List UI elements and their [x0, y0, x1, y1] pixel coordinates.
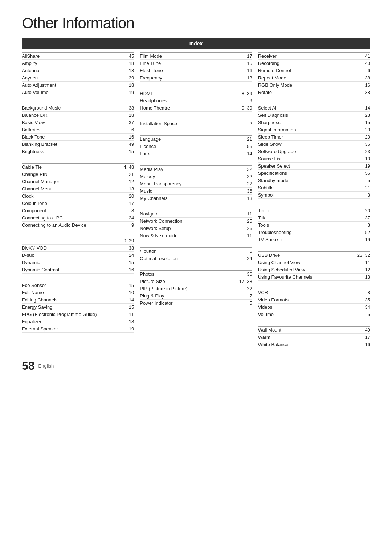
list-item: Using Scheduled View 12: [258, 266, 370, 274]
list-item: Music 36: [140, 188, 252, 195]
list-item: Using Channel View 11: [258, 259, 370, 266]
list-item: AllShare 45: [22, 52, 134, 60]
list-item: Auto Adjustment 18: [22, 82, 134, 89]
list-item: Antenna 13: [22, 67, 134, 74]
list-item: Licence 55: [140, 143, 252, 150]
list-item: Connecting to an Audio Device 9: [22, 222, 134, 229]
list-item: Repeat Mode 38: [258, 74, 370, 82]
list-item: Menu Transparency 22: [140, 180, 252, 188]
group-v: VCR 8 Video Formats 35 Videos 34 Volume …: [258, 289, 370, 318]
group-r: Receiver 41 Recording 40 Remote Control …: [258, 52, 370, 96]
list-item: Remote Control 6: [258, 67, 370, 74]
list-item: DivX® VOD 38: [22, 245, 134, 252]
list-item: Energy Saving 15: [22, 304, 134, 311]
list-item: HDMI 8, 39: [140, 90, 252, 97]
group-f: Film Mode 17 Fine Tune 15 Flesh Tone 16 …: [140, 52, 252, 82]
list-item: Tools 3: [258, 222, 370, 229]
list-item: Language 21: [140, 135, 252, 143]
list-item: TV Speaker 19: [258, 236, 370, 243]
list-item: Sharpness 15: [258, 119, 370, 126]
group-d: 9, 39 DivX® VOD 38 D-sub 24 Dynamic 15 D…: [22, 237, 134, 274]
group-t: Timer 20 Title 37 Tools 3 Troubleshootin…: [258, 207, 370, 243]
list-item: Select All 14: [258, 104, 370, 112]
list-item: Background Music 38: [22, 104, 134, 112]
list-item: Channel Menu 13: [22, 185, 134, 193]
list-item: RGB Only Mode 16: [258, 82, 370, 89]
index-col-3: Receiver 41 Recording 40 Remote Control …: [255, 52, 370, 348]
list-item: Self Diagnosis 23: [258, 112, 370, 119]
list-item: Software Upgrade 23: [258, 148, 370, 155]
group-i: Installation Space 2: [140, 120, 252, 127]
list-item: Plug & Play 7: [140, 292, 252, 300]
group-n: Navigate 11 Network Connection 25 Networ…: [140, 210, 252, 239]
list-item: Slide Show 36: [258, 141, 370, 148]
list-item: Melody 22: [140, 173, 252, 180]
list-item: My Channels 13: [140, 195, 252, 202]
list-item: White Balance 16: [258, 341, 370, 348]
group-l: Language 21 Licence 55 Lock 14: [140, 135, 252, 157]
group-s: Select All 14 Self Diagnosis 23 Sharpnes…: [258, 104, 370, 199]
list-item: Dynamic 15: [22, 259, 134, 266]
footer: 58 English: [22, 359, 370, 373]
list-item: Lock 14: [140, 150, 252, 157]
page-number: 58: [22, 359, 35, 373]
list-item: Subtitle 21: [258, 184, 370, 192]
list-item: Navigate 11: [140, 210, 252, 218]
list-item: Media Play 32: [140, 165, 252, 173]
list-item: Edit Name 10: [22, 289, 134, 296]
list-item: Picture Size 17, 38: [140, 278, 252, 285]
list-item: Installation Space 2: [140, 120, 252, 127]
list-item: Cable Tie 4, 48: [22, 163, 134, 171]
list-item: Clock 20: [22, 193, 134, 200]
group-u: USB Drive 23, 32 Using Channel View 11 U…: [258, 251, 370, 281]
list-item: Photos 36: [140, 270, 252, 278]
group-a: AllShare 45 Amplify 18 Antenna 13 Anynet…: [22, 52, 134, 96]
list-item: 9, 39: [22, 237, 134, 245]
list-item: Channel Manager 12: [22, 178, 134, 185]
list-item: Headphones 9: [140, 97, 252, 104]
list-item: Optimal resolution 24: [140, 255, 252, 262]
list-item: Frequency 13: [140, 74, 252, 82]
list-item: Fine Tune 15: [140, 60, 252, 67]
list-item: Title 37: [258, 214, 370, 222]
group-c: Cable Tie 4, 48 Change PIN 21 Channel Ma…: [22, 163, 134, 229]
list-item: Standby mode 5: [258, 177, 370, 184]
list-item: Flesh Tone 16: [140, 67, 252, 74]
list-item: Receiver 41: [258, 52, 370, 60]
list-item: Balance L/R 18: [22, 112, 134, 119]
list-item: Specifications 56: [258, 170, 370, 177]
index-container: AllShare 45 Amplify 18 Antenna 13 Anynet…: [22, 52, 370, 348]
list-item: Recording 40: [258, 60, 370, 67]
group-o: i button 6 Optimal resolution 24: [140, 247, 252, 262]
list-item: Sleep Timer 20: [258, 134, 370, 141]
list-item: USB Drive 23, 32: [258, 251, 370, 259]
language-label: English: [38, 363, 54, 369]
list-item: Troubleshooting 52: [258, 229, 370, 236]
page-title: Other Information: [22, 15, 370, 32]
list-item: Network Setup 26: [140, 225, 252, 232]
list-item: External Speaker 19: [22, 325, 134, 333]
index-col-1: AllShare 45 Amplify 18 Antenna 13 Anynet…: [22, 52, 137, 348]
list-item: Symbol 3: [258, 192, 370, 199]
group-b: Background Music 38 Balance L/R 18 Basic…: [22, 104, 134, 155]
list-item: Auto Volume 19: [22, 89, 134, 96]
list-item: Videos 34: [258, 304, 370, 311]
list-item: Dynamic Contrast 16: [22, 266, 134, 274]
list-item: Home Theatre 9, 39: [140, 104, 252, 112]
list-item: Black Tone 16: [22, 134, 134, 141]
list-item: Blanking Bracket 49: [22, 141, 134, 148]
list-item: D-sub 24: [22, 252, 134, 259]
list-item: Component 8: [22, 207, 134, 214]
list-item: Editing Channels 14: [22, 296, 134, 304]
list-item: Wall Mount 49: [258, 326, 370, 334]
list-item: Batteries 6: [22, 126, 134, 134]
list-item: Signal Information 23: [258, 126, 370, 134]
list-item: Volume 5: [258, 311, 370, 318]
list-item: Film Mode 17: [140, 52, 252, 60]
list-item: VCR 8: [258, 289, 370, 296]
list-item: Speaker Select 19: [258, 163, 370, 170]
list-item: Amplify 18: [22, 60, 134, 67]
list-item: Timer 20: [258, 207, 370, 214]
group-p: Photos 36 Picture Size 17, 38 PIP (Pictu…: [140, 270, 252, 307]
group-w: Wall Mount 49 Warm 17 White Balance 16: [258, 326, 370, 348]
